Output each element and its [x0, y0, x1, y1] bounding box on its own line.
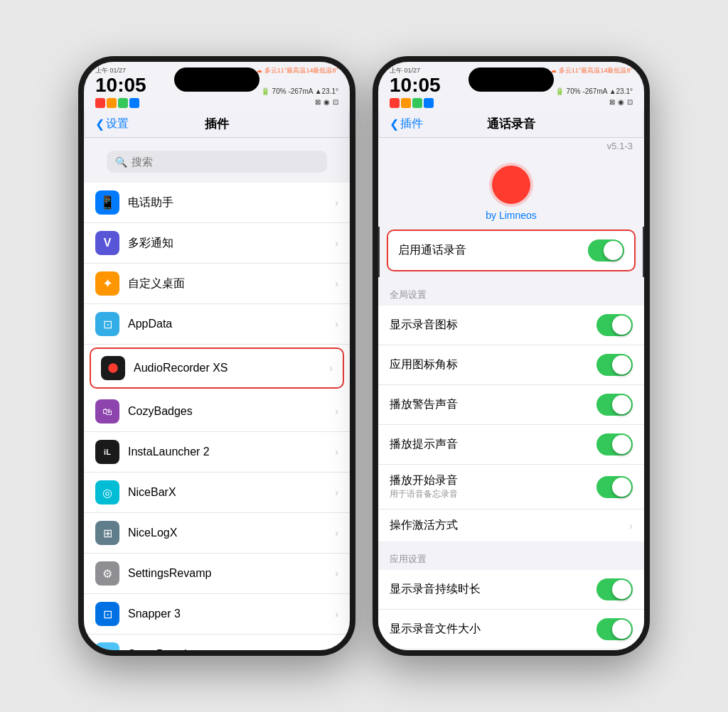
back-label: 设置: [106, 117, 129, 131]
settings-label-app-badge: 应用图标角标: [390, 357, 588, 372]
settings-label-play-warning: 播放警告声音: [390, 397, 588, 412]
back-button[interactable]: ❮ 设置: [95, 117, 129, 131]
settings-item[interactable]: 显示录音图标: [378, 306, 644, 345]
item-label-insta-launcher: InstaLauncher 2: [128, 446, 326, 458]
list-item[interactable]: ⚙ SettingsRevamp ›: [84, 554, 350, 594]
enable-row[interactable]: 启用通话录音: [387, 230, 636, 271]
colored-icons-left: [95, 98, 139, 108]
list-item[interactable]: 🛍 CozyBadges ›: [84, 392, 350, 432]
record-icon-section: by Limneos: [378, 154, 644, 227]
icon-red: [95, 98, 105, 108]
nav-bar-left: ❮ 设置 插件: [84, 111, 350, 138]
phone-left: 上午 01/27 ☁ 多云11°最高温14最低温8° 10:05 🔋 70% -…: [78, 56, 355, 656]
back-label-right: 插件: [400, 117, 423, 131]
toggle-app-badge[interactable]: [596, 354, 633, 376]
back-button-right[interactable]: ❮ 插件: [390, 117, 423, 131]
icon-orange: [107, 98, 117, 108]
list-item[interactable]: V 多彩通知 ›: [84, 223, 350, 264]
chevron-right-icon: ›: [335, 487, 338, 498]
item-icon-nicebar: ◎: [95, 480, 119, 505]
item-icon-insta-launcher: iL: [95, 440, 119, 464]
status-icons-row: ⊠◉⊡: [84, 97, 350, 111]
search-input[interactable]: [132, 156, 318, 168]
toggle-knob: [604, 241, 623, 260]
plugin-list: 📱 电话助手 › V 多彩通知 › ✦ 自定义桌面 ›: [84, 183, 350, 650]
global-settings-group: 显示录音图标 应用图标角标 播放警告声音 播放提示声: [378, 306, 644, 541]
settings-item[interactable]: 播放开始录音 用于语音备忘录音: [378, 465, 644, 509]
item-icon-phone-assistant: 📱: [95, 190, 119, 215]
list-item[interactable]: ✦ 自定义桌面 ›: [84, 264, 350, 304]
status-icons-row-right: ⊠◉⊡: [378, 97, 644, 111]
search-icon: 🔍: [115, 156, 127, 168]
app-settings-group: 显示录音持续时长 显示录音文件大小 保存为联系人名称: [378, 570, 644, 656]
item-icon-cozy-badges: 🛍: [95, 399, 119, 424]
record-icon: [492, 166, 530, 204]
chevron-right-icon: ›: [335, 649, 338, 650]
item-icon-appdata: ⊡: [95, 312, 119, 336]
item-label-appdata: AppData: [128, 318, 326, 330]
item-icon-snapper: ⊡: [95, 602, 119, 626]
dynamic-island-right: [469, 68, 554, 92]
battery-info: 🔋 70% -267mA ▲23.1°: [261, 87, 338, 95]
toggle-play-hint[interactable]: [596, 433, 633, 455]
chevron-right-icon: ›: [335, 568, 338, 579]
toggle-show-size[interactable]: [596, 618, 633, 640]
settings-label-play-start: 播放开始录音: [390, 473, 588, 488]
item-label-snowboard: SnowBoard: [128, 648, 326, 650]
author-label: by Limneos: [486, 210, 537, 221]
chevron-right-icon: ›: [335, 278, 338, 289]
list-item[interactable]: ⊡ Snapper 3 ›: [84, 594, 350, 635]
search-bar[interactable]: 🔍: [107, 151, 327, 173]
item-icon-snowboard: ❄: [95, 642, 119, 650]
chevron-right-icon: ›: [629, 520, 633, 532]
item-icon-nicelog: ⊞: [95, 521, 119, 545]
settings-label-show-duration: 显示录音持续时长: [390, 582, 588, 597]
chevron-right-icon: ›: [329, 362, 333, 374]
chevron-left-icon: ❮: [95, 117, 105, 131]
item-label-nicebar: NiceBarX: [128, 486, 326, 499]
settings-item[interactable]: 播放警告声音: [378, 385, 644, 425]
settings-item-action[interactable]: 操作激活方式 ›: [378, 509, 644, 541]
list-item[interactable]: ◎ NiceBarX ›: [84, 473, 350, 513]
global-section-header: 全局设置: [378, 277, 644, 306]
enable-toggle[interactable]: [588, 239, 624, 261]
list-item[interactable]: iL InstaLauncher 2 ›: [84, 432, 350, 473]
toggle-play-warning[interactable]: [596, 394, 633, 416]
settings-item[interactable]: 播放提示声音: [378, 425, 644, 465]
item-label-colorful-notify: 多彩通知: [128, 236, 326, 251]
item-icon-audio-recorder: [101, 356, 125, 380]
toggle-play-start[interactable]: [596, 476, 633, 498]
settings-item[interactable]: 保存为联系人名称: [378, 649, 644, 656]
version-label: v5.1-3: [378, 138, 644, 154]
settings-sublabel-play-start: 用于语音备忘录音: [390, 488, 588, 500]
settings-item[interactable]: 显示录音持续时长: [378, 570, 644, 610]
list-item[interactable]: ⊡ AppData ›: [84, 304, 350, 345]
list-item[interactable]: 📱 电话助手 ›: [84, 183, 350, 223]
settings-item[interactable]: 应用图标角标: [378, 345, 644, 385]
chevron-right-icon: ›: [335, 446, 338, 458]
chevron-right-icon: ›: [335, 237, 338, 249]
settings-label-play-hint: 播放提示声音: [390, 437, 588, 452]
toggle-show-duration[interactable]: [596, 578, 633, 600]
signal-icons-right: ⊠◉⊡: [609, 98, 633, 108]
list-item[interactable]: ⊞ NiceLogX ›: [84, 513, 350, 554]
chevron-right-icon: ›: [335, 318, 338, 330]
list-item-highlighted[interactable]: AudioRecorder XS ›: [90, 347, 344, 389]
time-display: 10:05: [95, 75, 146, 95]
app-section-header: 应用设置: [378, 541, 644, 570]
weather-label-right: ☁ 多云11°最高温14最低温8°: [550, 66, 633, 75]
icon-blue: [129, 98, 139, 108]
page-title-right: 通话录音: [487, 116, 535, 132]
item-icon-custom-desktop: ✦: [95, 271, 119, 296]
icon-orange-r: [401, 98, 411, 108]
list-item[interactable]: ❄ SnowBoard ›: [84, 635, 350, 650]
chevron-left-icon: ❮: [390, 117, 399, 131]
phone-right: 上午 01/27 ☁ 多云11°最高温14最低温8° 10:05 🔋 70% -…: [373, 56, 650, 656]
icon-red-r: [390, 98, 400, 108]
chevron-right-icon: ›: [335, 197, 338, 208]
chevron-right-icon: ›: [335, 527, 338, 539]
settings-item[interactable]: 显示录音文件大小: [378, 610, 644, 649]
page-title-left: 插件: [205, 116, 229, 132]
toggle-show-icon[interactable]: [596, 314, 633, 336]
item-icon-colorful-notify: V: [95, 231, 119, 255]
